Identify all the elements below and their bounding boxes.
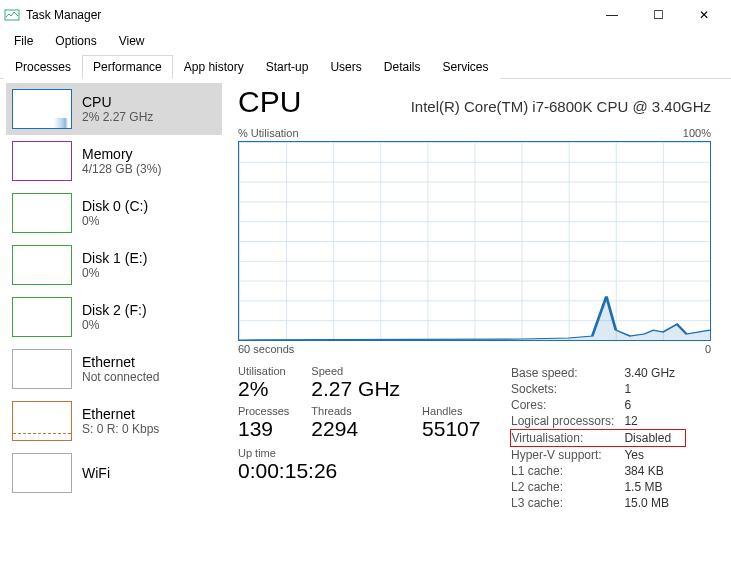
page-title: CPU bbox=[238, 85, 301, 119]
l2-value: 1.5 MB bbox=[624, 479, 685, 495]
sidebar-sub: S: 0 R: 0 Kbps bbox=[82, 422, 159, 436]
sidebar-label: CPU bbox=[82, 94, 153, 110]
speed-label: Speed bbox=[311, 365, 400, 377]
tab-users[interactable]: Users bbox=[319, 55, 372, 79]
uptime-value: 0:00:15:26 bbox=[238, 459, 480, 483]
base-speed-label: Base speed: bbox=[511, 365, 624, 381]
l3-label: L3 cache: bbox=[511, 495, 624, 511]
sidebar-item-disk1[interactable]: Disk 1 (E:)0% bbox=[6, 239, 222, 291]
l2-label: L2 cache: bbox=[511, 479, 624, 495]
close-button[interactable]: ✕ bbox=[681, 0, 727, 30]
sidebar-item-ethernet1[interactable]: EthernetNot connected bbox=[6, 343, 222, 395]
cpu-details: Base speed:3.40 GHz Sockets:1 Cores:6 Lo… bbox=[510, 365, 685, 511]
minimize-button[interactable]: — bbox=[589, 0, 635, 30]
sidebar-label: Ethernet bbox=[82, 406, 159, 422]
sidebar-label: Memory bbox=[82, 146, 161, 162]
sidebar-sub: 0% bbox=[82, 318, 147, 332]
tab-apphistory[interactable]: App history bbox=[173, 55, 255, 79]
util-value: 2% bbox=[238, 377, 289, 401]
virt-value: Disabled bbox=[624, 430, 685, 447]
tab-processes[interactable]: Processes bbox=[4, 55, 82, 79]
main-panel: CPU Intel(R) Core(TM) i7-6800K CPU @ 3.4… bbox=[222, 79, 731, 585]
menu-bar: File Options View bbox=[0, 30, 731, 54]
chart-xleft: 60 seconds bbox=[238, 343, 294, 355]
menu-view[interactable]: View bbox=[111, 32, 153, 50]
proc-label: Processes bbox=[238, 405, 289, 417]
memory-thumb bbox=[12, 141, 72, 181]
sidebar-item-memory[interactable]: Memory4/128 GB (3%) bbox=[6, 135, 222, 187]
tab-details[interactable]: Details bbox=[373, 55, 432, 79]
base-speed-value: 3.40 GHz bbox=[624, 365, 685, 381]
hv-value: Yes bbox=[624, 447, 685, 464]
sidebar-label: WiFi bbox=[82, 465, 110, 481]
ethernet-thumb bbox=[12, 401, 72, 441]
wifi-thumb bbox=[12, 453, 72, 493]
sidebar-item-disk0[interactable]: Disk 0 (C:)0% bbox=[6, 187, 222, 239]
virt-label: Virtualisation: bbox=[511, 430, 624, 447]
chart-ymax: 100% bbox=[683, 127, 711, 139]
l1-label: L1 cache: bbox=[511, 463, 624, 479]
sidebar-label: Disk 0 (C:) bbox=[82, 198, 148, 214]
sidebar-label: Disk 1 (E:) bbox=[82, 250, 147, 266]
cpu-chart bbox=[238, 141, 711, 341]
disk-thumb bbox=[12, 245, 72, 285]
sidebar-label: Ethernet bbox=[82, 354, 159, 370]
chart-xright: 0 bbox=[705, 343, 711, 355]
sockets-label: Sockets: bbox=[511, 381, 624, 397]
menu-file[interactable]: File bbox=[6, 32, 41, 50]
l3-value: 15.0 MB bbox=[624, 495, 685, 511]
cores-value: 6 bbox=[624, 397, 685, 413]
sidebar-item-disk2[interactable]: Disk 2 (F:)0% bbox=[6, 291, 222, 343]
sidebar-item-cpu[interactable]: CPU2% 2.27 GHz bbox=[6, 83, 222, 135]
sidebar-sub: 0% bbox=[82, 214, 148, 228]
hnd-value: 55107 bbox=[422, 417, 480, 441]
proc-value: 139 bbox=[238, 417, 289, 441]
sidebar-label: Disk 2 (F:) bbox=[82, 302, 147, 318]
ethernet-thumb bbox=[12, 349, 72, 389]
title-bar: Task Manager — ☐ ✕ bbox=[0, 0, 731, 30]
disk-thumb bbox=[12, 297, 72, 337]
sockets-value: 1 bbox=[624, 381, 685, 397]
app-icon bbox=[4, 7, 20, 23]
disk-thumb bbox=[12, 193, 72, 233]
cores-label: Cores: bbox=[511, 397, 624, 413]
chart-ylabel: % Utilisation bbox=[238, 127, 299, 139]
sidebar-sub: 2% 2.27 GHz bbox=[82, 110, 153, 124]
tab-bar: Processes Performance App history Start-… bbox=[0, 54, 731, 79]
maximize-button[interactable]: ☐ bbox=[635, 0, 681, 30]
window-title: Task Manager bbox=[26, 8, 101, 22]
util-label: Utilisation bbox=[238, 365, 289, 377]
tab-performance[interactable]: Performance bbox=[82, 55, 173, 79]
lp-value: 12 bbox=[624, 413, 685, 430]
cpu-model: Intel(R) Core(TM) i7-6800K CPU @ 3.40GHz bbox=[411, 98, 711, 115]
tab-startup[interactable]: Start-up bbox=[255, 55, 320, 79]
sidebar-item-wifi[interactable]: WiFi bbox=[6, 447, 222, 499]
sidebar-sub: 4/128 GB (3%) bbox=[82, 162, 161, 176]
thr-value: 2294 bbox=[311, 417, 400, 441]
sidebar-sub: Not connected bbox=[82, 370, 159, 384]
hv-label: Hyper-V support: bbox=[511, 447, 624, 464]
hnd-label: Handles bbox=[422, 405, 480, 417]
menu-options[interactable]: Options bbox=[47, 32, 104, 50]
tab-services[interactable]: Services bbox=[431, 55, 499, 79]
lp-label: Logical processors: bbox=[511, 413, 624, 430]
speed-value: 2.27 GHz bbox=[311, 377, 400, 401]
cpu-thumb bbox=[12, 89, 72, 129]
l1-value: 384 KB bbox=[624, 463, 685, 479]
uptime-label: Up time bbox=[238, 447, 480, 459]
sidebar-sub: 0% bbox=[82, 266, 147, 280]
sidebar-item-ethernet2[interactable]: EthernetS: 0 R: 0 Kbps bbox=[6, 395, 222, 447]
sidebar[interactable]: CPU2% 2.27 GHz Memory4/128 GB (3%) Disk … bbox=[0, 79, 222, 585]
thr-label: Threads bbox=[311, 405, 400, 417]
